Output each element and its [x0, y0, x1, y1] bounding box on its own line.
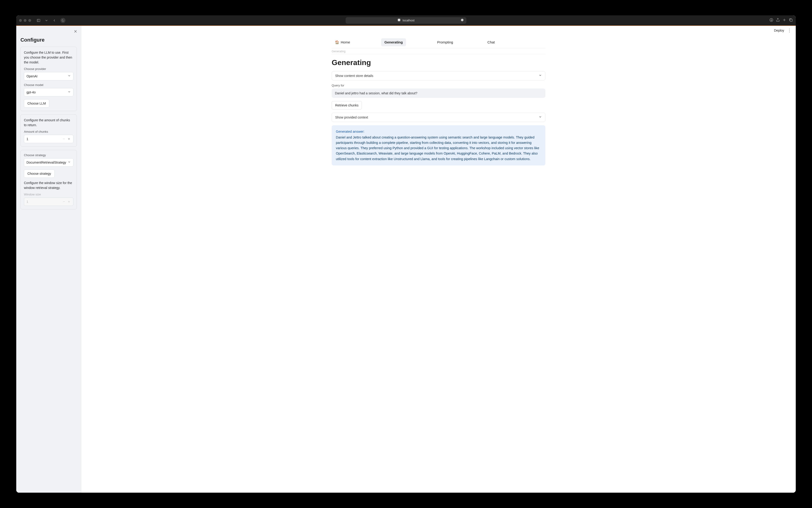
address-bar[interactable]: localhost: [346, 17, 466, 24]
expander-provided-context[interactable]: Show provided context: [332, 113, 545, 122]
chevron-down-icon: [67, 160, 71, 164]
address-bar-url: localhost: [403, 18, 414, 22]
answer-header: Generated answer:: [336, 129, 541, 134]
choose-strategy-button[interactable]: Choose strategy: [24, 169, 55, 178]
tab-chat-label: Chat: [488, 40, 495, 44]
expander-label: Show provided context: [335, 116, 368, 119]
tab-home[interactable]: 🏠 Home: [332, 38, 353, 46]
window-label: Window size: [24, 193, 74, 196]
amount-label: Amount of chunks: [24, 130, 74, 133]
minimize-window-dot[interactable]: [24, 19, 27, 22]
subtab-label: Generating: [332, 50, 545, 54]
maximize-window-dot[interactable]: [28, 19, 31, 22]
provider-label: Choose provider: [24, 67, 74, 71]
model-select[interactable]: gpt-4o: [24, 88, 74, 96]
tab-generating-label: Generating: [385, 40, 403, 44]
tabs: 🏠 Home Generating Prompting Chat: [332, 37, 545, 48]
main-panel: Deploy ⋮ 🏠 Home Generating Prompting: [81, 26, 796, 493]
sidebar-title: Configure: [20, 37, 77, 43]
chunks-desc: Configure the amount of chunks to return…: [24, 118, 74, 128]
strategy-value: DocumentRetrievalStrategy: [27, 161, 66, 164]
svg-rect-2: [398, 19, 400, 22]
tab-prompting[interactable]: Prompting: [434, 38, 456, 46]
retrieve-chunks-button[interactable]: Retrieve chunks: [332, 101, 362, 110]
provider-value: OpenAI: [27, 74, 37, 78]
amount-value: 1: [27, 137, 28, 141]
tab-home-label: Home: [341, 40, 350, 44]
llm-desc: Configure the LLM to use. First you choo…: [24, 50, 74, 65]
svg-point-5: [462, 20, 462, 20]
tab-generating[interactable]: Generating: [381, 38, 406, 46]
expander-content-store[interactable]: Show content store details: [332, 71, 545, 80]
plus-icon: +: [66, 200, 72, 204]
chevron-down-icon: [67, 90, 71, 94]
divider: [332, 54, 545, 54]
close-window-dot[interactable]: [19, 19, 22, 22]
grammarly-icon[interactable]: [60, 18, 65, 23]
query-label: Query for: [332, 84, 545, 87]
house-icon: 🏠: [335, 40, 339, 44]
chevron-down-icon: [67, 74, 71, 78]
svg-point-4: [461, 20, 462, 20]
chunks-config-card: Configure the amount of chunks to return…: [20, 114, 77, 146]
plus-icon[interactable]: [782, 18, 786, 23]
chevron-down-icon: [539, 74, 542, 78]
minus-icon: −: [61, 200, 67, 204]
window-desc: Configure the window size for the window…: [24, 180, 74, 190]
page-title: Generating: [332, 58, 545, 67]
chevron-down-icon[interactable]: [45, 17, 48, 24]
sidebar-toggle-icon[interactable]: [35, 17, 42, 24]
strategy-label: Choose strategy: [24, 154, 74, 157]
more-icon[interactable]: [460, 18, 464, 23]
tabs-icon[interactable]: [789, 18, 793, 23]
query-input[interactable]: Daniel and jettro had a session, what di…: [332, 89, 545, 98]
window-stepper: 1 − +: [24, 198, 74, 206]
browser-window: localhost: [16, 15, 796, 493]
query-value: Daniel and jettro had a session, what di…: [335, 91, 417, 95]
svg-point-6: [463, 20, 463, 20]
close-sidebar-icon[interactable]: [74, 30, 77, 34]
tab-prompting-label: Prompting: [437, 40, 453, 44]
choose-llm-button[interactable]: Choose LLM: [24, 99, 49, 108]
model-label: Choose model: [24, 83, 74, 87]
expander-label: Show content store details: [335, 74, 373, 78]
back-icon[interactable]: [51, 17, 58, 24]
sidebar: Configure Configure the LLM to use. Firs…: [16, 26, 81, 493]
minus-icon[interactable]: −: [61, 137, 67, 141]
svg-rect-12: [790, 19, 792, 22]
chevron-down-icon: [539, 115, 542, 119]
traffic-lights: [19, 19, 31, 22]
site-icon: [397, 18, 401, 22]
browser-chrome: localhost: [16, 15, 796, 26]
strategy-select[interactable]: DocumentRetrievalStrategy: [24, 158, 74, 167]
kebab-menu-icon[interactable]: ⋮: [787, 28, 792, 33]
answer-body: Daniel and Jettro talked about creating …: [336, 135, 541, 162]
tab-chat[interactable]: Chat: [484, 38, 498, 46]
app-topbar: Deploy ⋮: [81, 26, 796, 35]
model-value: gpt-4o: [27, 90, 36, 94]
plus-icon[interactable]: +: [66, 137, 72, 141]
deploy-button[interactable]: Deploy: [774, 29, 784, 32]
svg-rect-0: [37, 19, 40, 22]
amount-stepper[interactable]: 1 − +: [24, 135, 74, 143]
strategy-config-card: Choose strategy DocumentRetrievalStrateg…: [20, 150, 77, 209]
window-value: 1: [27, 200, 28, 204]
llm-config-card: Configure the LLM to use. First you choo…: [20, 47, 77, 111]
provider-select[interactable]: OpenAI: [24, 72, 74, 80]
share-icon[interactable]: [776, 18, 780, 23]
download-icon[interactable]: [769, 18, 773, 23]
generated-answer-box: Generated answer: Daniel and Jettro talk…: [332, 125, 545, 165]
